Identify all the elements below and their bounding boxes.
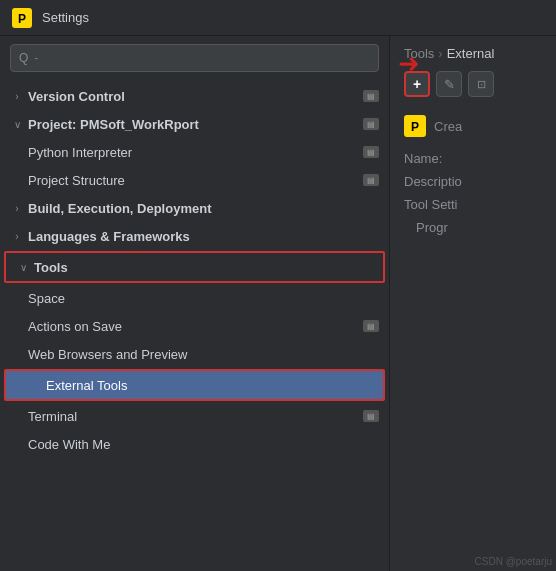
right-panel: Tools › External ➜ + ✎ ⊡ P Crea [390, 36, 556, 571]
settings-icon: ▤ [363, 146, 379, 158]
title-bar: P Settings [0, 0, 556, 36]
form-header: P Crea [404, 115, 542, 137]
sidebar-item-label: Build, Execution, Deployment [28, 201, 379, 216]
tools-section-highlight: ∨ Tools [4, 251, 385, 283]
form-row-name: Name: [404, 151, 542, 166]
sidebar-item-project[interactable]: ∨ Project: PMSoft_WorkRport ▤ [0, 110, 389, 138]
sidebar-item-label: Project Structure [28, 173, 363, 188]
sidebar-item-web-browsers[interactable]: Web Browsers and Preview [0, 340, 389, 368]
sidebar-item-version-control[interactable]: › Version Control ▤ [0, 82, 389, 110]
toolbar: ➜ + ✎ ⊡ [390, 67, 556, 105]
chevron-right-icon: › [10, 201, 24, 215]
sidebar-item-label: Project: PMSoft_WorkRport [28, 117, 363, 132]
tool-settings-label: Tool Setti [404, 197, 474, 212]
left-panel: Q › Version Control ▤ ∨ Project: PMSoft_… [0, 36, 390, 571]
app-logo: P [12, 8, 32, 28]
sidebar-item-label: External Tools [46, 378, 373, 393]
form-header-text: Crea [434, 119, 462, 134]
main-area: Q › Version Control ▤ ∨ Project: PMSoft_… [0, 36, 556, 571]
red-arrow-icon: ➜ [398, 49, 420, 80]
edit-tool-button[interactable]: ✎ [436, 71, 462, 97]
watermark: CSDN @poetarju [475, 556, 552, 567]
chevron-right-icon: › [10, 89, 24, 103]
sidebar-item-label: Terminal [28, 409, 363, 424]
settings-icon: ▤ [363, 174, 379, 186]
sidebar-item-label: Python Interpreter [28, 145, 363, 160]
sidebar-item-label: Web Browsers and Preview [28, 347, 379, 362]
external-tools-highlight: External Tools [4, 369, 385, 401]
sidebar-item-external-tools[interactable]: External Tools [6, 371, 383, 399]
description-label: Descriptio [404, 174, 474, 189]
name-label: Name: [404, 151, 474, 166]
chevron-down-icon: ∨ [16, 260, 30, 274]
search-box[interactable]: Q [10, 44, 379, 72]
search-icon: Q [19, 51, 28, 65]
sidebar-item-languages-frameworks[interactable]: › Languages & Frameworks [0, 222, 389, 250]
sidebar-item-label: Tools [34, 260, 373, 275]
form-row-tool-settings: Tool Setti [404, 197, 542, 212]
pycharm-logo: P [404, 115, 426, 137]
search-input[interactable] [34, 51, 370, 65]
sidebar-item-project-structure[interactable]: Project Structure ▤ [0, 166, 389, 194]
settings-icon: ▤ [363, 90, 379, 102]
form-row-program: Progr [404, 220, 542, 235]
window-title: Settings [42, 10, 89, 25]
sidebar-item-code-with-me[interactable]: Code With Me [0, 430, 389, 458]
sidebar-item-build-execution[interactable]: › Build, Execution, Deployment [0, 194, 389, 222]
chevron-down-icon: ∨ [10, 117, 24, 131]
sidebar-item-terminal[interactable]: Terminal ▤ [0, 402, 389, 430]
settings-icon: ▤ [363, 410, 379, 422]
settings-icon: ▤ [363, 118, 379, 130]
svg-text:P: P [18, 12, 26, 26]
breadcrumb-current: External [447, 46, 495, 61]
program-label: Progr [416, 220, 486, 235]
chevron-right-icon: › [10, 229, 24, 243]
sidebar-item-actions-on-save[interactable]: Actions on Save ▤ [0, 312, 389, 340]
form-area: P Crea Name: Descriptio Tool Setti Progr [390, 105, 556, 245]
sidebar-item-label: Languages & Frameworks [28, 229, 379, 244]
copy-tool-button[interactable]: ⊡ [468, 71, 494, 97]
sidebar-item-label: Code With Me [28, 437, 379, 452]
sidebar-item-python-interpreter[interactable]: Python Interpreter ▤ [0, 138, 389, 166]
sidebar-item-label: Version Control [28, 89, 363, 104]
sidebar-item-label: Space [28, 291, 379, 306]
svg-text:P: P [411, 120, 419, 134]
form-row-description: Descriptio [404, 174, 542, 189]
sidebar-item-tools[interactable]: ∨ Tools [6, 253, 383, 281]
breadcrumb-separator: › [438, 46, 442, 61]
settings-tree: › Version Control ▤ ∨ Project: PMSoft_Wo… [0, 80, 389, 571]
sidebar-item-space[interactable]: Space [0, 284, 389, 312]
settings-icon: ▤ [363, 320, 379, 332]
sidebar-item-label: Actions on Save [28, 319, 363, 334]
